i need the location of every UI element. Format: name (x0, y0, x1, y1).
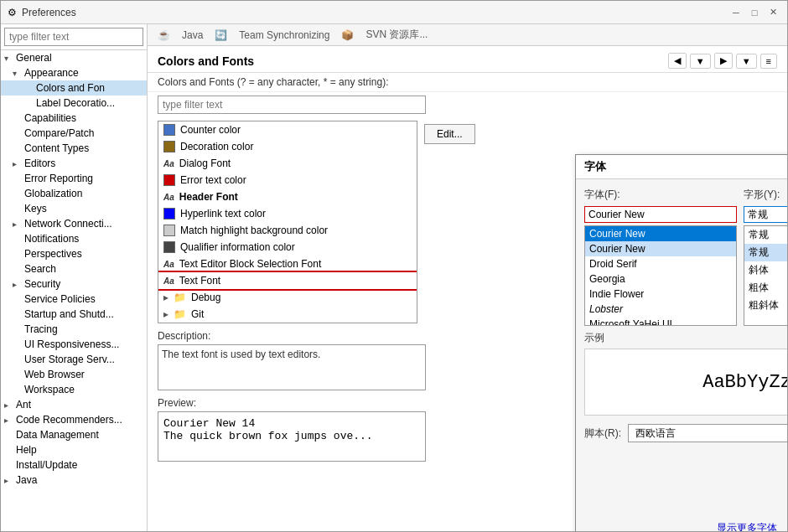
font-aa-icon-text-editor-block: Aa (163, 260, 174, 269)
sidebar-item-label-java: Java (16, 474, 37, 486)
main-window: ⚙ Preferences ─ □ ✕ ▾General▾AppearanceC… (0, 0, 788, 532)
dialog-columns: 字体(F): Courier NewCourier NewDroid Serif… (584, 188, 787, 326)
style-listbox: 常规常规斜体粗体粗斜体 (744, 225, 787, 326)
font-group-label-debug: Debug (191, 292, 220, 303)
font-item-decoration-color[interactable]: Decoration color (158, 138, 417, 155)
font-aa-icon-dialog-font: Aa (163, 159, 174, 168)
sidebar-item-content-types[interactable]: Content Types (1, 141, 147, 156)
dialog-style-item-1[interactable]: 常规 (744, 244, 787, 261)
sidebar-item-service-policies[interactable]: Service Policies (1, 292, 147, 307)
sidebar-item-globalization[interactable]: Globalization (1, 186, 147, 201)
content-filter-input[interactable] (158, 96, 426, 114)
dialog-font-item-1[interactable]: Courier New (585, 241, 736, 256)
nav-dropdown-button[interactable]: ▼ (690, 54, 711, 69)
dialog-style-item-3[interactable]: 粗体 (744, 279, 787, 297)
dialog-style-item-0[interactable]: 常规 (744, 226, 787, 244)
sidebar-item-code-recommenders[interactable]: ▸Code Recommenders... (1, 412, 147, 427)
sidebar-item-general[interactable]: ▾General (1, 50, 147, 65)
sidebar-item-install-update[interactable]: Install/Update (1, 457, 147, 473)
dialog-style-item-2[interactable]: 斜体 (744, 261, 787, 279)
font-item-text-font[interactable]: AaText Font (158, 272, 417, 289)
title-bar-controls: ─ □ ✕ (728, 5, 780, 20)
sidebar-item-ant[interactable]: ▸Ant (1, 397, 147, 412)
sidebar-item-compare-patch[interactable]: Compare/Patch (1, 126, 147, 141)
dialog-font-item-3[interactable]: Georgia (585, 271, 736, 287)
dialog-font-item-4[interactable]: Indie Flower (585, 287, 736, 302)
font-item-header-font[interactable]: AaHeader Font (158, 189, 417, 205)
sidebar-item-label-decorations[interactable]: Label Decoratio... (1, 96, 147, 111)
font-item-hyperlink-text-color[interactable]: Hyperlink text color (158, 205, 417, 222)
sidebar-item-label-help: Help (16, 444, 37, 456)
font-item-text-editor-block[interactable]: AaText Editor Block Selection Font (158, 256, 417, 272)
font-item-label-dialog-font: Dialog Font (179, 158, 231, 169)
dialog-font-item-6[interactable]: Microsoft YaHei UI (585, 317, 736, 326)
dialog-style-item-4[interactable]: 粗斜体 (744, 297, 787, 314)
color-swatch-error-text-color (163, 174, 175, 186)
font-item-label-text-editor-block: Text Editor Block Selection Font (179, 258, 321, 270)
sidebar-item-appearance[interactable]: ▾Appearance (1, 65, 147, 80)
close-button[interactable]: ✕ (765, 5, 780, 20)
font-item-counter-color[interactable]: Counter color (158, 121, 417, 138)
sidebar-item-colors-and-fonts[interactable]: Colors and Fon (1, 80, 147, 96)
sidebar-item-help[interactable]: Help (1, 442, 147, 457)
nav-forward-dropdown-button[interactable]: ▼ (736, 54, 757, 69)
font-input[interactable] (584, 206, 737, 223)
font-group-git[interactable]: ▸ 📁 Git (158, 306, 417, 323)
sidebar-item-label-error-reporting: Error Reporting (24, 173, 93, 184)
dialog-title: 字体 (584, 159, 606, 174)
sidebar-item-network-connections[interactable]: ▸Network Connecti... (1, 216, 147, 231)
sidebar-item-tracing[interactable]: Tracing (1, 322, 147, 337)
toolbar-team-sync-icon: 🔄 (211, 28, 231, 43)
font-group-java[interactable]: ▸ 📁 Java (158, 323, 417, 323)
nav-forward-button[interactable]: ▶ (714, 53, 733, 69)
sidebar-item-workspace[interactable]: Workspace (1, 382, 147, 397)
tree-arrow-network-connections: ▸ (13, 220, 23, 229)
font-item-qualifier-info-color[interactable]: Qualifier information color (158, 239, 417, 256)
sidebar-item-label-tracing: Tracing (24, 323, 58, 335)
dialog-font-item-0[interactable]: Courier New (585, 226, 736, 241)
dialog-script-select[interactable]: 西欧语言 (628, 424, 787, 442)
sidebar-item-label-ui-responsiveness: UI Responsiveness... (24, 338, 119, 350)
sidebar-item-search[interactable]: Search (1, 261, 147, 276)
nav-menu-button[interactable]: ≡ (760, 54, 777, 69)
sidebar-item-editors[interactable]: ▸Editors (1, 156, 147, 171)
minimize-button[interactable]: ─ (728, 5, 744, 20)
font-item-error-text-color[interactable]: Error text color (158, 172, 417, 189)
sidebar-item-perspectives[interactable]: Perspectives (1, 246, 147, 261)
sidebar-item-error-reporting[interactable]: Error Reporting (1, 171, 147, 186)
nav-back-button[interactable]: ◀ (668, 53, 687, 69)
font-dialog: 字体 ✕ 字体(F): Courier NewCourier NewDroid … (575, 154, 787, 531)
sidebar-item-label-compare-patch: Compare/Patch (24, 127, 94, 139)
dialog-font-item-5[interactable]: Lobster (585, 302, 736, 317)
font-group-label-git: Git (191, 308, 204, 320)
sidebar-item-label-general: General (16, 52, 52, 64)
font-item-dialog-font[interactable]: AaDialog Font (158, 155, 417, 172)
show-more-fonts-link[interactable]: 显示更多字体 (584, 518, 787, 531)
sidebar-item-data-management[interactable]: Data Management (1, 427, 147, 442)
sidebar-item-ui-responsiveness[interactable]: UI Responsiveness... (1, 337, 147, 352)
sidebar-item-keys[interactable]: Keys (1, 201, 147, 216)
sidebar-item-label-security: Security (24, 278, 60, 290)
sidebar-item-notifications[interactable]: Notifications (1, 231, 147, 246)
sidebar-item-java[interactable]: ▸Java (1, 473, 147, 488)
edit-button[interactable]: Edit... (424, 124, 475, 144)
sidebar-item-capabilities[interactable]: Capabilities (1, 111, 147, 126)
style-input[interactable] (744, 206, 787, 223)
sidebar-item-web-browser[interactable]: Web Browser (1, 367, 147, 382)
sidebar-item-user-storage[interactable]: User Storage Serv... (1, 352, 147, 367)
font-item-match-highlight-color[interactable]: Match highlight background color (158, 222, 417, 239)
dialog-preview-text: AaBbYyZz (702, 372, 787, 393)
sidebar-item-security[interactable]: ▸Security (1, 276, 147, 292)
maximize-button[interactable]: □ (747, 5, 762, 20)
tree-arrow-code-recommenders: ▸ (4, 416, 14, 425)
sidebar-item-label-startup-shutdown: Startup and Shutd... (24, 308, 114, 320)
sidebar-item-startup-shutdown[interactable]: Startup and Shutd... (1, 307, 147, 322)
dialog-preview-section-label: 示例 (584, 331, 787, 345)
color-swatch-decoration-color (163, 141, 175, 152)
font-col-label: 字体(F): (584, 188, 737, 202)
sidebar-filter-input[interactable] (4, 28, 143, 46)
edit-button-area: Edit... (424, 121, 475, 323)
font-group-debug[interactable]: ▸ 📁 Debug (158, 289, 417, 306)
dialog-script-row: 脚本(R): 西欧语言 (584, 424, 787, 442)
dialog-font-item-2[interactable]: Droid Serif (585, 256, 736, 271)
